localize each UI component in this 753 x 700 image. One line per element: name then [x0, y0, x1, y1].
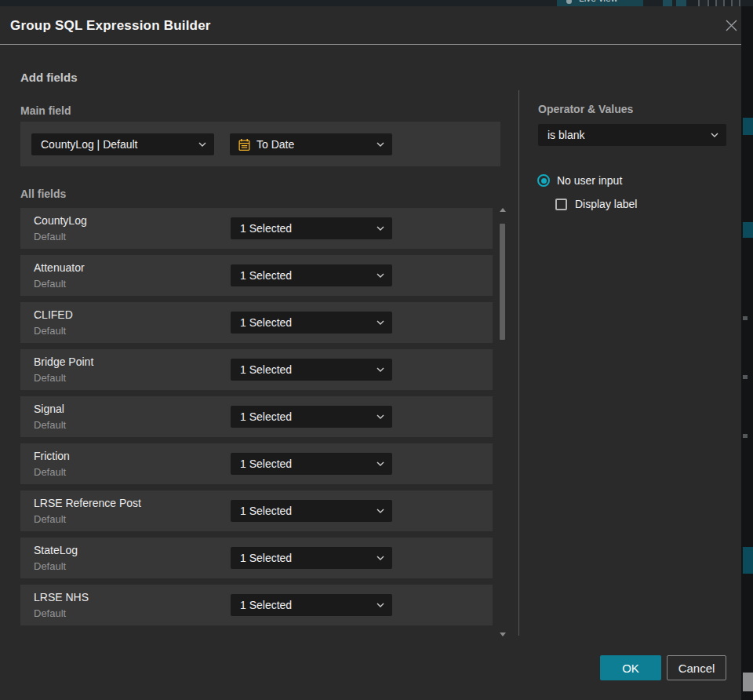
chevron-down-icon [376, 320, 384, 325]
field-row: Bridge Point Default 1 Selected [20, 349, 493, 390]
chevron-down-icon [376, 142, 384, 147]
background-fragment [743, 547, 753, 574]
field-name: CountyLog [34, 214, 87, 227]
scroll-down-icon[interactable] [500, 633, 506, 636]
dropdown-value: CountyLog | Default [31, 138, 198, 151]
toolbar-icon[interactable] [731, 0, 740, 6]
field-subtitle: Default [34, 419, 66, 431]
field-name: LRSE Reference Post [34, 497, 141, 509]
dropdown-value: 1 Selected [231, 599, 376, 611]
dropdown-value: 1 Selected [231, 269, 376, 282]
toolbar-icon[interactable] [663, 0, 672, 6]
field-name: StateLog [34, 544, 78, 556]
radio-label: No user input [557, 174, 622, 187]
field-selected-dropdown[interactable]: 1 Selected [231, 217, 392, 239]
main-field-label: Main field [20, 104, 71, 117]
field-selected-dropdown[interactable]: 1 Selected [231, 453, 392, 475]
toolbar-icon[interactable] [698, 0, 709, 6]
background-toolbar: Live view [0, 0, 753, 6]
field-subtitle: Default [34, 513, 66, 525]
main-field-type-dropdown[interactable]: To Date [230, 133, 392, 155]
field-name: Attenuator [34, 261, 85, 274]
chevron-down-icon [376, 556, 384, 560]
field-row: Signal Default 1 Selected [20, 396, 493, 437]
add-fields-heading: Add fields [20, 71, 78, 84]
field-row: Attenuator Default 1 Selected [20, 255, 493, 296]
operator-dropdown[interactable]: is blank [538, 124, 726, 146]
vertical-divider [518, 90, 519, 636]
close-icon[interactable] [721, 15, 741, 35]
scroll-up-icon[interactable] [500, 208, 506, 212]
chevron-down-icon [376, 226, 384, 231]
live-view-label: Live view [579, 0, 617, 4]
background-fragment [743, 375, 748, 379]
field-subtitle: Default [34, 607, 66, 619]
background-fragment [743, 222, 753, 238]
dropdown-value: 1 Selected [231, 505, 376, 517]
dropdown-value: 1 Selected [231, 222, 376, 235]
field-name: Friction [34, 450, 70, 462]
dropdown-value: 1 Selected [231, 552, 376, 564]
field-subtitle: Default [34, 325, 66, 337]
checkbox-label: Display label [575, 198, 637, 210]
field-selected-dropdown[interactable]: 1 Selected [231, 547, 392, 569]
field-row: Friction Default 1 Selected [20, 443, 493, 484]
background-edge [741, 6, 753, 700]
chevron-down-icon [376, 603, 384, 607]
dialog-title: Group SQL Expression Builder [10, 6, 211, 45]
group-sql-expression-builder-dialog: Group SQL Expression Builder Add fields … [0, 6, 741, 700]
main-field-panel: CountyLog | Default To Date [20, 122, 500, 166]
dropdown-value: 1 Selected [231, 458, 376, 470]
background-fragment [743, 673, 753, 691]
live-view-button[interactable]: Live view [557, 0, 643, 6]
field-subtitle: Default [34, 560, 66, 572]
chevron-down-icon [376, 273, 384, 278]
chevron-down-icon [376, 509, 384, 513]
background-fragment [743, 316, 748, 320]
toolbar-icon[interactable] [676, 0, 686, 6]
field-name: CLIFED [34, 308, 73, 321]
field-subtitle: Default [34, 278, 66, 290]
field-name: Signal [34, 403, 64, 415]
field-subtitle: Default [34, 231, 66, 242]
dropdown-value: is blank [538, 129, 711, 141]
checkbox-unchecked-icon [555, 199, 567, 210]
screen: Live view Group SQL Expression Builder A… [0, 0, 753, 700]
field-selected-dropdown[interactable]: 1 Selected [231, 264, 392, 286]
field-row: LRSE NHS Default 1 Selected [20, 585, 493, 625]
list-scrollbar[interactable] [499, 206, 507, 638]
dropdown-value: 1 Selected [231, 410, 376, 423]
field-subtitle: Default [34, 372, 66, 384]
radio-selected-icon [537, 174, 550, 187]
field-name: LRSE NHS [34, 591, 89, 603]
field-subtitle: Default [34, 466, 66, 478]
field-selected-dropdown[interactable]: 1 Selected [231, 406, 392, 428]
field-selected-dropdown[interactable]: 1 Selected [231, 312, 392, 334]
field-selected-dropdown[interactable]: 1 Selected [231, 359, 392, 381]
display-label-checkbox[interactable]: Display label [555, 198, 637, 210]
main-field-dropdown[interactable]: CountyLog | Default [31, 133, 214, 155]
field-row: LRSE Reference Post Default 1 Selected [20, 490, 493, 531]
scrollbar-thumb[interactable] [500, 224, 505, 340]
dialog-header: Group SQL Expression Builder [0, 6, 741, 45]
field-row: StateLog Default 1 Selected [20, 538, 493, 578]
operator-values-label: Operator & Values [538, 103, 633, 115]
background-fragment [743, 434, 748, 438]
field-selected-dropdown[interactable]: 1 Selected [231, 500, 392, 522]
chevron-down-icon [711, 133, 718, 137]
no-user-input-radio[interactable]: No user input [537, 174, 622, 187]
ok-button[interactable]: OK [600, 655, 661, 680]
field-row: CLIFED Default 1 Selected [20, 302, 493, 343]
field-row: CountyLog Default 1 Selected [20, 208, 493, 249]
background-fragment [743, 118, 753, 135]
dropdown-value: To Date [249, 138, 376, 151]
field-selected-dropdown[interactable]: 1 Selected [231, 594, 392, 616]
chevron-down-icon [198, 142, 206, 147]
cancel-button[interactable]: Cancel [667, 655, 726, 680]
dropdown-value: 1 Selected [231, 363, 376, 376]
dropdown-value: 1 Selected [231, 316, 376, 329]
live-dot-icon [566, 0, 572, 4]
toolbar-icon[interactable] [715, 0, 725, 6]
chevron-down-icon [376, 367, 384, 372]
chevron-down-icon [376, 461, 384, 466]
